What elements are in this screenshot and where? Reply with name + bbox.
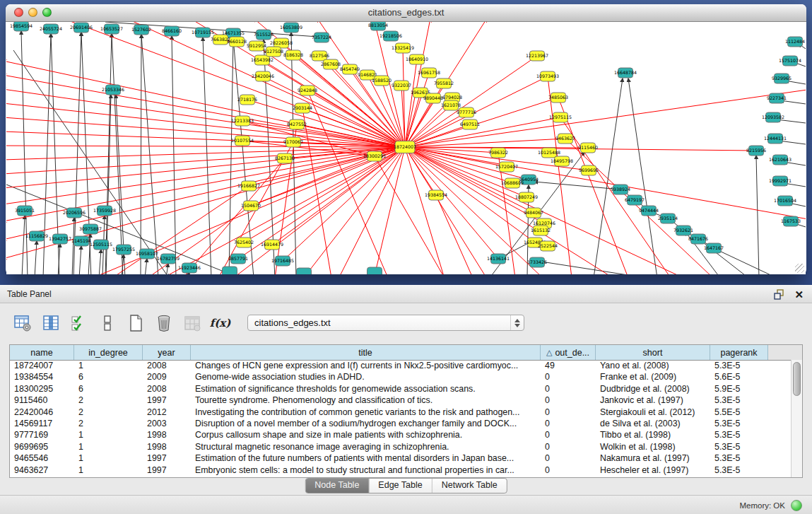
graph-node[interactable]: 19716485 bbox=[271, 256, 294, 266]
table-row[interactable]: 2242004622012Investigating the contribut… bbox=[10, 407, 792, 418]
graph-node[interactable]: 7955812 bbox=[434, 78, 454, 88]
network-canvas[interactable]: 1985459424055724206914061065352715276028… bbox=[6, 22, 806, 274]
graph-node[interactable]: 2867608 bbox=[321, 59, 341, 69]
graph-node[interactable]: 8466160 bbox=[162, 26, 182, 36]
graph-node[interactable]: 3915051 bbox=[15, 206, 35, 216]
graph-node[interactable]: 10107554 bbox=[231, 136, 254, 146]
column-header-name[interactable]: name bbox=[10, 345, 74, 360]
graph-node[interactable]: 8215956 bbox=[746, 146, 766, 156]
tab-node-table[interactable]: Node Table bbox=[305, 479, 368, 493]
graph-node[interactable]: 19166827 bbox=[237, 181, 260, 191]
graph-node[interactable]: 1733426 bbox=[527, 257, 547, 267]
close-icon[interactable]: ✕ bbox=[794, 289, 804, 300]
graph-node[interactable]: 15751074 bbox=[779, 56, 801, 66]
window-titlebar[interactable]: citations_edges.txt bbox=[6, 4, 806, 22]
graph-node[interactable]: 10688609 bbox=[501, 178, 524, 188]
minimize-window-icon[interactable] bbox=[28, 8, 37, 17]
graph-node[interactable]: 19854594 bbox=[10, 22, 33, 31]
graph-node[interactable]: 7625402 bbox=[234, 238, 254, 247]
table-row[interactable]: 946554611997Estimation of the future num… bbox=[10, 452, 792, 464]
graph-node[interactable]: 16648784 bbox=[614, 68, 637, 78]
table-row[interactable]: 1456911722003Disruption of a novel membe… bbox=[10, 418, 792, 429]
graph-node[interactable]: 20691406 bbox=[70, 23, 93, 33]
graph-node[interactable]: 1504670 bbox=[241, 201, 261, 211]
table-row[interactable]: 1830029562008Estimation of significance … bbox=[10, 383, 792, 395]
graph-node[interactable]: 1145194 bbox=[71, 236, 91, 246]
show-columns-icon[interactable] bbox=[41, 313, 60, 332]
graph-node[interactable]: 12975115 bbox=[549, 112, 572, 122]
graph-node[interactable]: 11923446 bbox=[178, 263, 201, 273]
graph-node[interactable]: 1112484 bbox=[785, 37, 805, 47]
graph-node[interactable]: 13325419 bbox=[392, 43, 414, 53]
table-row[interactable]: 946362711997Embryonic stem cells: a mode… bbox=[10, 465, 792, 476]
graph-node[interactable]: 2522544 bbox=[538, 241, 558, 251]
graph-node[interactable]: 19218506 bbox=[379, 31, 402, 41]
function-builder-icon[interactable]: f(x) bbox=[211, 313, 230, 332]
column-header-short[interactable]: short bbox=[596, 345, 710, 360]
graph-node[interactable]: 5938924 bbox=[611, 185, 630, 194]
graph-node[interactable]: 9322037 bbox=[392, 81, 411, 90]
zoom-window-icon[interactable] bbox=[42, 8, 52, 17]
float-window-icon[interactable] bbox=[774, 289, 784, 300]
table-settings-icon[interactable] bbox=[13, 313, 32, 332]
graph-node[interactable]: 9857791 bbox=[228, 254, 248, 264]
column-header-year[interactable]: year bbox=[143, 345, 191, 360]
graph-node[interactable]: 9227341 bbox=[767, 93, 787, 103]
graph-node[interactable]: 9242848 bbox=[298, 86, 317, 95]
select-columns-icon[interactable] bbox=[69, 313, 88, 332]
graph-node[interactable]: 8427552 bbox=[287, 119, 307, 129]
column-header-in_degree[interactable]: in_degree bbox=[74, 345, 143, 360]
graph-node[interactable]: 12505115 bbox=[90, 240, 112, 250]
tab-network-table[interactable]: Network Table bbox=[432, 479, 507, 493]
graph-node[interactable]: 7932621 bbox=[673, 226, 693, 235]
table-row[interactable]: 1938455462009Genome-wide association stu… bbox=[10, 371, 792, 382]
graph-node[interactable]: 6479197 bbox=[625, 195, 645, 205]
column-header-pagerank[interactable]: pagerank bbox=[710, 345, 768, 360]
graph-node[interactable]: 9115460 bbox=[578, 143, 598, 153]
graph-node[interactable]: 1615132 bbox=[531, 226, 551, 235]
graph-node[interactable]: 24055724 bbox=[40, 24, 62, 34]
new-table-icon[interactable] bbox=[126, 313, 145, 332]
graph-node[interactable]: 9329965 bbox=[772, 74, 792, 83]
graph-node[interactable]: 9463627 bbox=[555, 134, 575, 144]
graph-node[interactable]: 1647167 bbox=[704, 243, 724, 253]
graph-node[interactable]: 16782759 bbox=[157, 254, 180, 264]
graph-node[interactable]: 12444131 bbox=[764, 134, 787, 144]
graph-node[interactable]: 7986322 bbox=[488, 148, 508, 158]
graph-node[interactable]: 12093582 bbox=[762, 112, 784, 122]
graph-node[interactable]: 9777716 bbox=[457, 107, 476, 117]
table-select-dropdown[interactable]: citations_edges.txt bbox=[247, 315, 524, 331]
column-header-title[interactable]: title bbox=[191, 345, 541, 360]
graph-node[interactable]: 6497511 bbox=[460, 119, 480, 129]
graph-node[interactable]: 10719155 bbox=[192, 28, 214, 37]
graph-node[interactable]: 14136141 bbox=[487, 254, 510, 264]
graph-node[interactable]: 13942757 bbox=[49, 234, 71, 244]
graph-node[interactable]: 16053809 bbox=[280, 23, 302, 33]
table-row[interactable]: 911546021997Tourette syndrome. Phenomeno… bbox=[10, 395, 792, 406]
graph-node[interactable]: 8267130 bbox=[275, 153, 295, 163]
graph-node[interactable]: 8471676 bbox=[688, 234, 708, 244]
graph-node[interactable]: 16914479 bbox=[261, 240, 283, 250]
graph-node[interactable]: 19992971 bbox=[769, 176, 792, 186]
graph-node[interactable]: 2903144 bbox=[293, 103, 312, 113]
close-window-icon[interactable] bbox=[14, 8, 23, 17]
graph-node[interactable]: 7515526 bbox=[254, 30, 273, 40]
graph-node[interactable]: 2935114 bbox=[658, 214, 678, 223]
graph-node[interactable]: 7357224 bbox=[312, 33, 331, 42]
graph-node[interactable]: 1621078 bbox=[441, 100, 461, 110]
graph-node[interactable]: 8813054 bbox=[368, 22, 388, 30]
table-row[interactable]: 1872400712008Changes of HCN gene express… bbox=[10, 360, 792, 371]
network-canvas-svg[interactable]: 1985459424055724206914061065352715276028… bbox=[6, 22, 806, 274]
delete-table-icon[interactable] bbox=[154, 313, 173, 332]
graph-node[interactable]: 9484067 bbox=[524, 208, 543, 218]
graph-node[interactable]: 8454749 bbox=[340, 64, 360, 74]
graph-node[interactable]: 8186328 bbox=[283, 50, 303, 60]
graph-node[interactable] bbox=[223, 267, 237, 274]
graph-node[interactable]: 1588520 bbox=[372, 76, 392, 86]
vertical-scrollbar[interactable] bbox=[791, 360, 802, 477]
table-row[interactable]: 977716911998Corpus callosum shape and si… bbox=[10, 429, 792, 440]
graph-node[interactable]: 20206596 bbox=[63, 208, 86, 218]
graph-node[interactable]: 7485063 bbox=[548, 93, 568, 103]
graph-node[interactable]: 16210643 bbox=[769, 155, 792, 165]
graph-node[interactable]: 18640910 bbox=[406, 54, 428, 64]
